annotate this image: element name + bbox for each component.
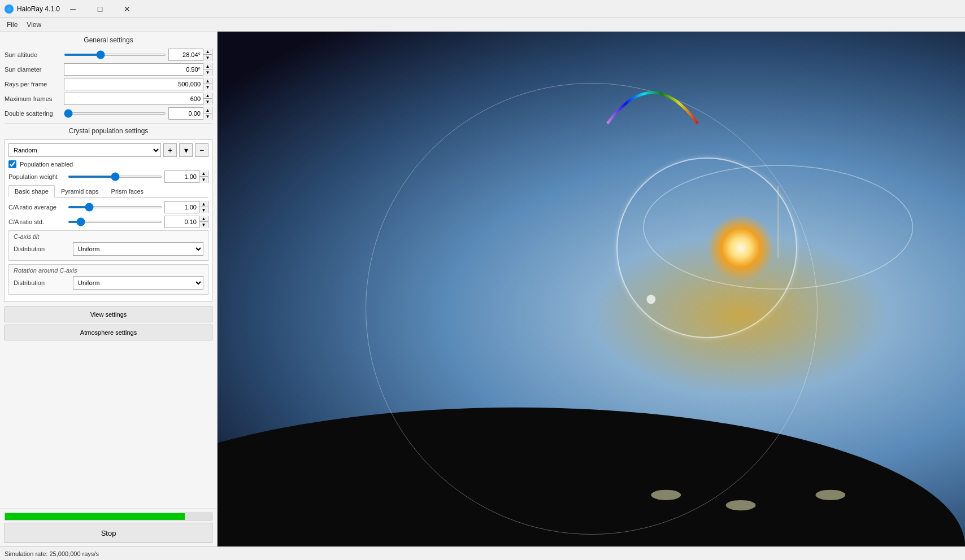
view-settings-button[interactable]: View settings [5, 307, 212, 322]
population-header-row: Random HexPlate Column StackedPlates Pyr… [8, 143, 208, 157]
rays-per-frame-spin: ▲ ▼ [64, 78, 212, 90]
sun-diameter-value[interactable] [64, 66, 203, 73]
atmosphere-settings-button[interactable]: Atmosphere settings [5, 325, 212, 340]
ca-ratio-std-slider[interactable] [68, 221, 162, 223]
c-axis-tilt-group: C-axis tilt Distribution Uniform Gaussia… [8, 230, 208, 261]
max-frames-row: Maximum frames ▲ ▼ [5, 93, 212, 105]
sun-diameter-down[interactable]: ▼ [203, 69, 212, 76]
sun-altitude-down[interactable]: ▼ [203, 55, 212, 61]
minimize-button[interactable]: ─ [60, 0, 86, 18]
crystal-population-section: Crystal population settings Random HexPl… [5, 127, 212, 302]
c-axis-distribution-dropdown[interactable]: Uniform Gaussian HexBiPyramid [73, 242, 203, 256]
menu-view[interactable]: View [22, 20, 46, 30]
c-axis-tilt-label: C-axis tilt [14, 233, 203, 240]
remove-population-button[interactable]: − [195, 143, 208, 157]
menubar: File View [0, 18, 965, 32]
nav-population-button[interactable]: ▾ [179, 143, 193, 157]
ca-ratio-avg-slider[interactable] [68, 206, 162, 208]
tab-basic-shape[interactable]: Basic shape [8, 185, 55, 198]
max-frames-down[interactable]: ▼ [203, 99, 212, 105]
c-axis-dist-row: Distribution Uniform Gaussian HexBiPyram… [14, 242, 203, 256]
population-weight-slider[interactable] [68, 176, 162, 178]
rays-up[interactable]: ▲ [203, 78, 212, 84]
sun-diameter-spinbtns: ▲ ▼ [203, 63, 212, 76]
rotation-distribution-dropdown[interactable]: Uniform Gaussian [73, 276, 203, 290]
rotation-dist-label: Distribution [14, 279, 73, 286]
population-weight-value[interactable] [165, 173, 199, 180]
rotation-dist-row: Distribution Uniform Gaussian [14, 276, 203, 290]
ca-std-up[interactable]: ▲ [199, 216, 208, 222]
population-enabled-label: Population enabled [20, 161, 73, 168]
population-weight-row: Population weight ▲ ▼ [8, 170, 208, 183]
ca-avg-down[interactable]: ▼ [199, 207, 208, 213]
close-button[interactable]: ✕ [114, 0, 140, 18]
sun-altitude-row: Sun altitude ▲ ▼ [5, 49, 212, 61]
progress-bar-background [5, 513, 212, 520]
sun-diameter-label: Sun diameter [5, 66, 64, 73]
pop-weight-spinbtns: ▲ ▼ [199, 170, 208, 183]
settings-area: General settings Sun altitude ▲ ▼ [0, 32, 217, 509]
tab-prism-faces[interactable]: Prism faces [105, 185, 150, 197]
ca-std-down[interactable]: ▼ [199, 222, 208, 228]
sun-altitude-label: Sun altitude [5, 51, 64, 58]
double-scattering-value[interactable] [169, 110, 203, 117]
menu-file[interactable]: File [2, 20, 22, 30]
double-scattering-row: Double scattering ▲ ▼ [5, 107, 212, 120]
population-weight-label: Population weight [8, 173, 68, 180]
ca-ratio-std-value[interactable] [165, 218, 199, 225]
sun-diameter-up[interactable]: ▲ [203, 63, 212, 69]
sun-diameter-row: Sun diameter ▲ ▼ [5, 63, 212, 76]
statusbar: Simulation rate: 25,000,000 rays/s [0, 546, 965, 560]
pop-weight-down[interactable]: ▼ [199, 177, 208, 183]
tab-pyramid-caps[interactable]: Pyramid caps [55, 185, 105, 197]
double-scattering-label: Double scattering [5, 110, 64, 117]
shape-tab-bar: Basic shape Pyramid caps Prism faces [8, 185, 208, 198]
ca-std-spinbtns: ▲ ▼ [199, 216, 208, 228]
population-enabled-checkbox[interactable] [8, 160, 16, 168]
double-scattering-input-group: ▲ ▼ [64, 107, 212, 120]
max-frames-spinbtns: ▲ ▼ [203, 93, 212, 105]
sun-altitude-up[interactable]: ▲ [203, 49, 212, 55]
ca-ratio-avg-input-group: ▲ ▼ [68, 201, 208, 213]
main-content: General settings Sun altitude ▲ ▼ [0, 32, 965, 546]
ca-ratio-avg-spin: ▲ ▼ [164, 201, 208, 213]
dbl-scat-spinbtns: ▲ ▼ [203, 107, 212, 120]
ca-avg-up[interactable]: ▲ [199, 201, 208, 207]
sun-diameter-input-group: ▲ ▼ [64, 63, 212, 76]
population-weight-spin: ▲ ▼ [164, 170, 208, 183]
maximize-button[interactable]: □ [87, 0, 113, 18]
general-settings-header: General settings [5, 36, 212, 44]
simulation-rate-text: Simulation rate: 25,000,000 rays/s [5, 550, 99, 557]
max-frames-value[interactable] [64, 95, 203, 102]
ca-ratio-avg-label: C/A ratio average [8, 204, 68, 211]
rays-per-frame-value[interactable] [64, 81, 203, 88]
rotation-c-axis-group: Rotation around C-axis Distribution Unif… [8, 264, 208, 295]
add-population-button[interactable]: + [163, 143, 177, 157]
rays-per-frame-row: Rays per frame ▲ ▼ [5, 78, 212, 90]
double-scattering-slider[interactable] [64, 112, 166, 115]
ca-ratio-std-input-group: ▲ ▼ [68, 216, 208, 228]
rays-down[interactable]: ▼ [203, 84, 212, 90]
rays-per-frame-label: Rays per frame [5, 81, 64, 88]
ca-ratio-avg-value[interactable] [165, 204, 199, 211]
titlebar: HaloRay 4.1.0 ─ □ ✕ [0, 0, 965, 18]
dbl-scat-down[interactable]: ▼ [203, 113, 212, 120]
max-frames-up[interactable]: ▲ [203, 93, 212, 99]
ca-ratio-std-label: C/A ratio std. [8, 218, 68, 225]
window-controls: ─ □ ✕ [60, 0, 140, 18]
dbl-scat-up[interactable]: ▲ [203, 107, 212, 113]
rotation-label: Rotation around C-axis [14, 267, 203, 274]
max-frames-spin: ▲ ▼ [64, 93, 212, 105]
stop-button[interactable]: Stop [5, 523, 212, 543]
rainbow-svg [602, 73, 703, 129]
rays-per-frame-input-group: ▲ ▼ [64, 78, 212, 90]
app-title: HaloRay 4.1.0 [17, 5, 60, 13]
left-panel: General settings Sun altitude ▲ ▼ [0, 32, 218, 546]
sun-altitude-value[interactable] [169, 51, 203, 58]
sun-altitude-slider[interactable] [64, 54, 166, 56]
general-settings-section: General settings Sun altitude ▲ ▼ [5, 36, 212, 120]
population-type-dropdown[interactable]: Random HexPlate Column StackedPlates Pyr… [8, 143, 161, 157]
pop-weight-up[interactable]: ▲ [199, 170, 208, 177]
circumscribed-halo [366, 83, 818, 535]
render-view [218, 32, 965, 546]
